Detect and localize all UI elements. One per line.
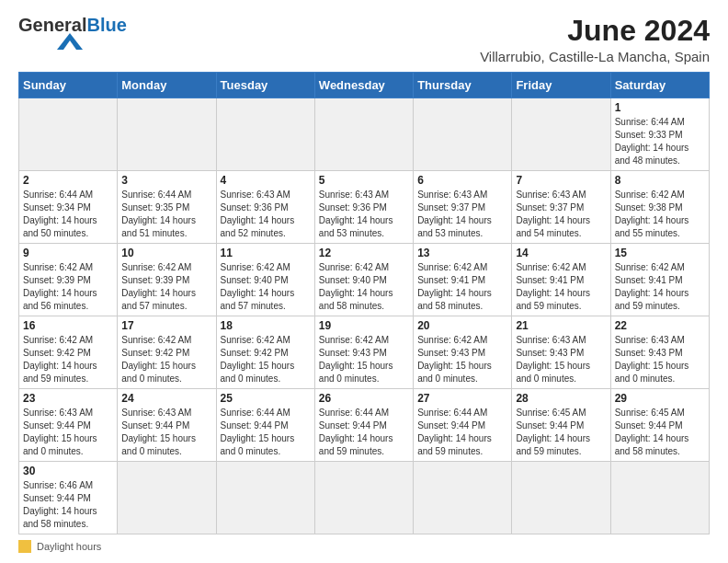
- day-number: 6: [417, 174, 507, 187]
- calendar-day-cell: 14Sunrise: 6:42 AM Sunset: 9:41 PM Dayli…: [512, 244, 610, 316]
- day-info: Sunrise: 6:42 AM Sunset: 9:42 PM Dayligh…: [121, 334, 211, 385]
- day-info: Sunrise: 6:42 AM Sunset: 9:42 PM Dayligh…: [221, 334, 311, 385]
- day-info: Sunrise: 6:42 AM Sunset: 9:41 PM Dayligh…: [615, 261, 705, 313]
- day-info: Sunrise: 6:44 AM Sunset: 9:44 PM Dayligh…: [221, 407, 311, 458]
- calendar-day-cell: 23Sunrise: 6:43 AM Sunset: 9:44 PM Dayli…: [19, 389, 118, 462]
- day-number: 11: [221, 247, 311, 259]
- calendar-day-cell: 10Sunrise: 6:42 AM Sunset: 9:39 PM Dayli…: [118, 244, 216, 316]
- day-number: 13: [417, 247, 507, 259]
- day-number: 12: [319, 247, 409, 259]
- calendar-day-cell: 6Sunrise: 6:43 AM Sunset: 9:37 PM Daylig…: [414, 171, 512, 244]
- day-info: Sunrise: 6:44 AM Sunset: 9:34 PM Dayligh…: [23, 189, 113, 240]
- day-info: Sunrise: 6:42 AM Sunset: 9:40 PM Dayligh…: [221, 261, 311, 313]
- day-number: 1: [615, 101, 705, 114]
- day-info: Sunrise: 6:44 AM Sunset: 9:44 PM Dayligh…: [417, 407, 507, 458]
- calendar-week-row: 23Sunrise: 6:43 AM Sunset: 9:44 PM Dayli…: [19, 389, 710, 462]
- calendar-day-cell: [610, 462, 709, 534]
- calendar-day-cell: 9Sunrise: 6:42 AM Sunset: 9:39 PM Daylig…: [19, 244, 118, 316]
- calendar-header-tuesday: Tuesday: [216, 73, 314, 98]
- calendar-day-cell: [414, 462, 512, 534]
- day-number: 29: [615, 392, 705, 405]
- calendar-week-row: 16Sunrise: 6:42 AM Sunset: 9:42 PM Dayli…: [19, 316, 710, 389]
- calendar-day-cell: 5Sunrise: 6:43 AM Sunset: 9:36 PM Daylig…: [314, 171, 413, 244]
- day-number: 16: [23, 319, 113, 332]
- month-title: June 2024: [480, 15, 710, 47]
- calendar-week-row: 2Sunrise: 6:44 AM Sunset: 9:34 PM Daylig…: [19, 171, 710, 244]
- day-number: 9: [23, 247, 113, 259]
- location-subtitle: Villarrubio, Castille-La Mancha, Spain: [480, 49, 710, 64]
- calendar-header-sunday: Sunday: [19, 73, 118, 98]
- daylight-label: Daylight hours: [37, 541, 101, 552]
- day-number: 21: [516, 319, 606, 332]
- calendar-week-row: 30Sunrise: 6:46 AM Sunset: 9:44 PM Dayli…: [19, 462, 710, 534]
- day-info: Sunrise: 6:43 AM Sunset: 9:36 PM Dayligh…: [221, 189, 311, 240]
- calendar-day-cell: 22Sunrise: 6:43 AM Sunset: 9:43 PM Dayli…: [610, 316, 709, 389]
- calendar-day-cell: [414, 98, 512, 171]
- day-number: 19: [319, 319, 409, 332]
- calendar-day-cell: 16Sunrise: 6:42 AM Sunset: 9:42 PM Dayli…: [19, 316, 118, 389]
- day-info: Sunrise: 6:44 AM Sunset: 9:44 PM Dayligh…: [319, 407, 409, 458]
- calendar-week-row: 9Sunrise: 6:42 AM Sunset: 9:39 PM Daylig…: [19, 244, 710, 316]
- calendar-day-cell: 11Sunrise: 6:42 AM Sunset: 9:40 PM Dayli…: [216, 244, 314, 316]
- day-info: Sunrise: 6:42 AM Sunset: 9:43 PM Dayligh…: [417, 334, 507, 385]
- calendar-day-cell: 7Sunrise: 6:43 AM Sunset: 9:37 PM Daylig…: [512, 171, 610, 244]
- day-info: Sunrise: 6:42 AM Sunset: 9:39 PM Dayligh…: [23, 261, 113, 313]
- calendar-table: SundayMondayTuesdayWednesdayThursdayFrid…: [18, 72, 710, 534]
- day-info: Sunrise: 6:45 AM Sunset: 9:44 PM Dayligh…: [516, 407, 606, 458]
- footer-note: Daylight hours: [18, 540, 710, 553]
- calendar-day-cell: 1Sunrise: 6:44 AM Sunset: 9:33 PM Daylig…: [610, 98, 709, 171]
- calendar-day-cell: 28Sunrise: 6:45 AM Sunset: 9:44 PM Dayli…: [512, 389, 610, 462]
- day-info: Sunrise: 6:43 AM Sunset: 9:43 PM Dayligh…: [516, 334, 606, 385]
- calendar-header-row: SundayMondayTuesdayWednesdayThursdayFrid…: [19, 73, 710, 98]
- calendar-day-cell: 8Sunrise: 6:42 AM Sunset: 9:38 PM Daylig…: [610, 171, 709, 244]
- calendar-day-cell: 24Sunrise: 6:43 AM Sunset: 9:44 PM Dayli…: [118, 389, 216, 462]
- day-number: 24: [121, 392, 211, 405]
- day-info: Sunrise: 6:43 AM Sunset: 9:36 PM Dayligh…: [319, 189, 409, 240]
- logo-icon: [57, 33, 83, 50]
- day-info: Sunrise: 6:43 AM Sunset: 9:44 PM Dayligh…: [23, 407, 113, 458]
- day-number: 8: [615, 174, 705, 187]
- day-number: 28: [516, 392, 606, 405]
- calendar-day-cell: 4Sunrise: 6:43 AM Sunset: 9:36 PM Daylig…: [216, 171, 314, 244]
- calendar-day-cell: [19, 98, 118, 171]
- calendar-day-cell: 13Sunrise: 6:42 AM Sunset: 9:41 PM Dayli…: [414, 244, 512, 316]
- day-number: 25: [221, 392, 311, 405]
- day-number: 10: [121, 247, 211, 259]
- calendar-day-cell: 18Sunrise: 6:42 AM Sunset: 9:42 PM Dayli…: [216, 316, 314, 389]
- day-info: Sunrise: 6:45 AM Sunset: 9:44 PM Dayligh…: [615, 407, 705, 458]
- day-info: Sunrise: 6:42 AM Sunset: 9:41 PM Dayligh…: [516, 261, 606, 313]
- day-info: Sunrise: 6:43 AM Sunset: 9:43 PM Dayligh…: [615, 334, 705, 385]
- day-number: 27: [417, 392, 507, 405]
- calendar-header-saturday: Saturday: [610, 73, 709, 98]
- logo-area: GeneralBlue: [18, 15, 127, 50]
- day-info: Sunrise: 6:44 AM Sunset: 9:35 PM Dayligh…: [121, 189, 211, 240]
- calendar-day-cell: [314, 98, 413, 171]
- day-number: 5: [319, 174, 409, 187]
- calendar-day-cell: 20Sunrise: 6:42 AM Sunset: 9:43 PM Dayli…: [414, 316, 512, 389]
- calendar-day-cell: [216, 462, 314, 534]
- day-number: 4: [221, 174, 311, 187]
- calendar-day-cell: [512, 98, 610, 171]
- logo-blue: Blue: [86, 15, 126, 35]
- day-info: Sunrise: 6:42 AM Sunset: 9:41 PM Dayligh…: [417, 261, 507, 313]
- calendar-day-cell: 25Sunrise: 6:44 AM Sunset: 9:44 PM Dayli…: [216, 389, 314, 462]
- day-info: Sunrise: 6:42 AM Sunset: 9:39 PM Dayligh…: [121, 261, 211, 313]
- calendar-day-cell: 17Sunrise: 6:42 AM Sunset: 9:42 PM Dayli…: [118, 316, 216, 389]
- calendar-day-cell: 21Sunrise: 6:43 AM Sunset: 9:43 PM Dayli…: [512, 316, 610, 389]
- day-number: 3: [121, 174, 211, 187]
- day-info: Sunrise: 6:44 AM Sunset: 9:33 PM Dayligh…: [615, 116, 705, 167]
- calendar-day-cell: [216, 98, 314, 171]
- calendar-day-cell: 27Sunrise: 6:44 AM Sunset: 9:44 PM Dayli…: [414, 389, 512, 462]
- day-number: 26: [319, 392, 409, 405]
- day-info: Sunrise: 6:43 AM Sunset: 9:44 PM Dayligh…: [121, 407, 211, 458]
- day-number: 14: [516, 247, 606, 259]
- calendar-day-cell: 29Sunrise: 6:45 AM Sunset: 9:44 PM Dayli…: [610, 389, 709, 462]
- calendar-day-cell: 26Sunrise: 6:44 AM Sunset: 9:44 PM Dayli…: [314, 389, 413, 462]
- calendar-week-row: 1Sunrise: 6:44 AM Sunset: 9:33 PM Daylig…: [19, 98, 710, 171]
- calendar-day-cell: [118, 98, 216, 171]
- day-number: 17: [121, 319, 211, 332]
- calendar-day-cell: 12Sunrise: 6:42 AM Sunset: 9:40 PM Dayli…: [314, 244, 413, 316]
- day-info: Sunrise: 6:42 AM Sunset: 9:40 PM Dayligh…: [319, 261, 409, 313]
- day-number: 2: [23, 174, 113, 187]
- day-number: 7: [516, 174, 606, 187]
